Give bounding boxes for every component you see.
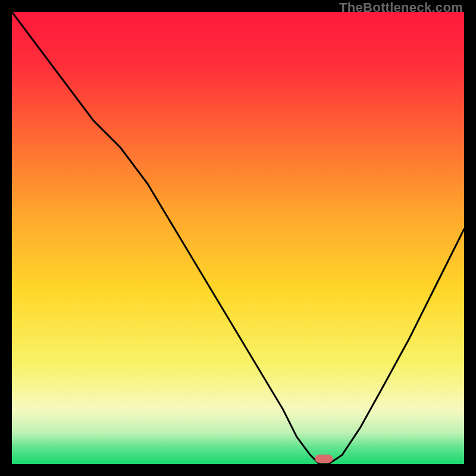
plot-area (12, 12, 464, 464)
watermark-text: TheBottleneck.com (339, 0, 463, 15)
chart-svg (12, 12, 464, 464)
outer-black-frame: TheBottleneck.com (0, 0, 476, 476)
gradient-background (12, 12, 464, 464)
optimal-marker (315, 455, 333, 463)
